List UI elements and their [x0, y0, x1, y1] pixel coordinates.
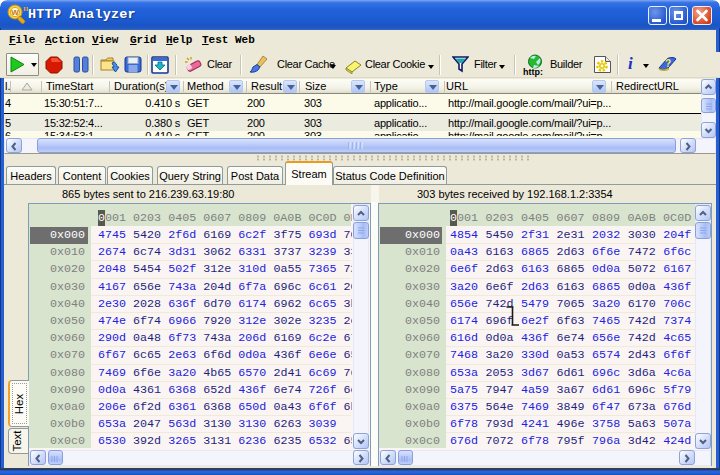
svg-text:?: ? — [665, 58, 671, 69]
svg-text:II: II — [23, 5, 28, 13]
svg-text:W: W — [11, 8, 19, 17]
